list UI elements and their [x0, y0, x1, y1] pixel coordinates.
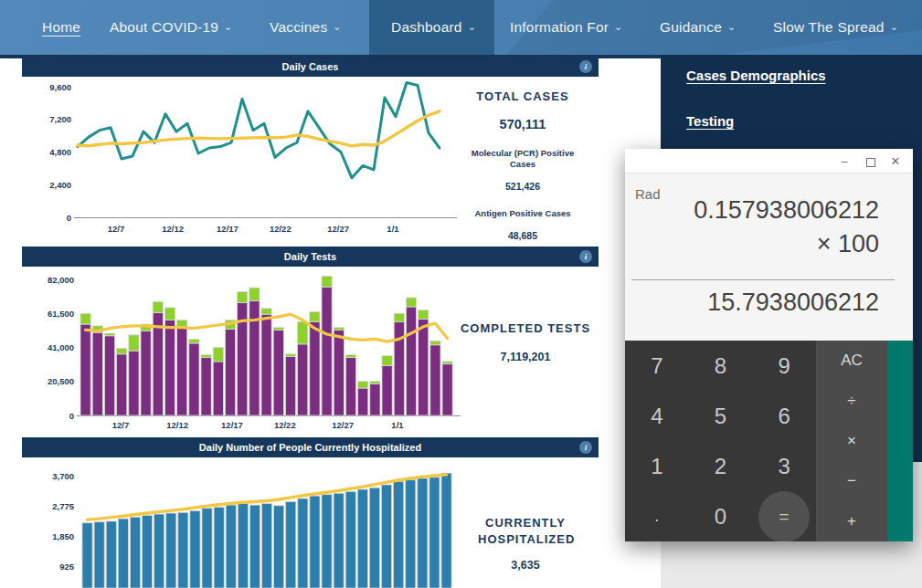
stat-sub-label: Antigen Positive Cases — [450, 208, 596, 219]
daily-cases-header: Daily Cases i — [22, 57, 599, 77]
stat-sub-label: Molecular (PCR) Positive Cases — [450, 148, 596, 170]
hospitalized-header: Daily Number of People Currently Hospita… — [22, 437, 599, 457]
calc-key-2[interactable]: 2 — [689, 441, 753, 491]
calc-key-6[interactable]: 6 — [752, 391, 816, 441]
calculator-result: 15.7938006212 — [707, 289, 879, 317]
nav-item-guidance[interactable]: Guidance⌄ — [660, 0, 736, 55]
calc-key-8[interactable]: 8 — [689, 341, 753, 391]
sidebar-link-testing[interactable]: Testing — [686, 113, 922, 129]
svg-text:1/1: 1/1 — [391, 420, 404, 430]
chevron-down-icon: ⌄ — [468, 21, 476, 32]
svg-text:12/7: 12/7 — [112, 420, 129, 430]
svg-text:12/17: 12/17 — [217, 224, 238, 234]
svg-text:4,800: 4,800 — [49, 147, 71, 157]
svg-text:1/1: 1/1 — [387, 224, 399, 234]
top-navigation: HomeAbout COVID-19⌄Vaccines⌄Dashboard⌄In… — [0, 0, 922, 58]
chevron-down-icon: ⌄ — [890, 21, 898, 32]
svg-text:82,000: 82,000 — [48, 275, 74, 285]
stat-value: 3,635 — [452, 559, 599, 572]
stat-sub-value: 521,426 — [450, 181, 596, 192]
daily-tests-title: Daily Tests — [284, 251, 336, 262]
info-icon[interactable]: i — [579, 250, 592, 263]
advanced-pad-handle[interactable] — [887, 341, 913, 541]
svg-text:12/17: 12/17 — [221, 420, 243, 430]
chevron-down-icon: ⌄ — [224, 21, 232, 32]
svg-text:925: 925 — [59, 562, 75, 572]
stat-title: TOTAL CASES — [450, 89, 596, 103]
calculator-keypad: 789456123.0= AC÷×−+ — [625, 341, 913, 541]
digit-keypad: 789456123.0= — [625, 341, 816, 541]
maximize-icon[interactable] — [859, 149, 883, 173]
calc-key-decimal[interactable]: . — [625, 491, 689, 541]
nav-item-dashboard[interactable]: Dashboard⌄ — [391, 0, 476, 55]
nav-item-home[interactable]: Home — [42, 0, 80, 55]
calc-key-7[interactable]: 7 — [625, 341, 689, 391]
display-divider — [631, 279, 895, 280]
svg-text:12/12: 12/12 — [166, 420, 188, 430]
calculator-expression: 0.157938006212 × 100 — [694, 194, 879, 261]
svg-text:61,500: 61,500 — [48, 309, 74, 319]
svg-text:2,400: 2,400 — [49, 180, 71, 190]
svg-text:12/7: 12/7 — [108, 224, 124, 234]
calc-key-1[interactable]: 1 — [625, 441, 689, 491]
info-icon[interactable]: i — [579, 441, 592, 454]
svg-text:12/22: 12/22 — [270, 224, 291, 234]
calc-key-3[interactable]: 3 — [752, 441, 816, 491]
svg-text:3,700: 3,700 — [52, 471, 74, 481]
stat-sub-value: 48,685 — [450, 230, 596, 241]
svg-text:2,775: 2,775 — [52, 501, 74, 511]
nav-item-information-for[interactable]: Information For⌄ — [510, 0, 623, 55]
info-icon[interactable]: i — [579, 60, 592, 73]
nav-item-slow-the-spread[interactable]: Slow The Spread⌄ — [773, 0, 898, 55]
calc-key-minus[interactable]: − — [847, 472, 856, 490]
svg-text:9,600: 9,600 — [49, 82, 71, 92]
svg-text:0: 0 — [67, 213, 71, 223]
operator-keypad: AC÷×−+ — [816, 341, 887, 541]
nav-item-about-covid-19[interactable]: About COVID-19⌄ — [110, 0, 233, 55]
minimize-icon[interactable]: – — [832, 149, 856, 173]
svg-text:0: 0 — [69, 411, 74, 421]
svg-text:41,000: 41,000 — [48, 342, 74, 352]
calculator-display: Rad 0.157938006212 × 100 15.7938006212 — [625, 173, 913, 307]
chevron-down-icon: ⌄ — [614, 21, 622, 32]
daily-cases-title: Daily Cases — [282, 61, 339, 72]
stat-value: 7,119,201 — [452, 351, 599, 363]
hospitalized-title: Daily Number of People Currently Hospita… — [199, 442, 421, 453]
calculator-window: – ✕ Rad 0.157938006212 × 100 15.79380062… — [625, 149, 913, 541]
svg-text:12/12: 12/12 — [162, 224, 184, 234]
calc-key-plus[interactable]: + — [847, 512, 856, 530]
svg-text:12/27: 12/27 — [332, 420, 354, 430]
calc-key-9[interactable]: 9 — [752, 341, 816, 391]
svg-text:12/22: 12/22 — [274, 420, 296, 430]
calc-key-equals[interactable]: = — [752, 491, 816, 541]
stat-value: 570,111 — [450, 117, 596, 131]
hospitalized-stats: CURRENTLY HOSPITALIZED 3,635 — [452, 515, 599, 572]
chevron-down-icon: ⌄ — [333, 21, 341, 32]
calc-key-4[interactable]: 4 — [625, 391, 689, 441]
stat-title: COMPLETED TESTS — [452, 321, 599, 335]
chevron-down-icon: ⌄ — [727, 21, 736, 32]
nav-item-vaccines[interactable]: Vaccines⌄ — [270, 0, 342, 55]
svg-text:20,500: 20,500 — [48, 376, 74, 386]
svg-text:7,200: 7,200 — [49, 114, 71, 124]
svg-text:12/27: 12/27 — [327, 224, 349, 234]
angle-mode-indicator[interactable]: Rad — [635, 186, 661, 202]
calculator-titlebar[interactable]: – ✕ — [625, 149, 913, 173]
completed-tests-stats: COMPLETED TESTS 7,119,201 — [452, 321, 599, 363]
calc-key-0[interactable]: 0 — [689, 491, 753, 541]
calc-key-5[interactable]: 5 — [689, 391, 753, 441]
svg-text:1,850: 1,850 — [52, 531, 74, 541]
calc-key-clear[interactable]: AC — [841, 352, 863, 370]
close-icon[interactable]: ✕ — [884, 149, 907, 173]
calc-key-multiply[interactable]: × — [847, 432, 856, 450]
stat-title: CURRENTLY HOSPITALIZED — [452, 515, 599, 548]
total-cases-stats: TOTAL CASES 570,111 Molecular (PCR) Posi… — [450, 89, 596, 241]
calc-key-divide[interactable]: ÷ — [847, 392, 855, 410]
daily-tests-header: Daily Tests i — [22, 247, 599, 267]
sidebar-link-cases-demographics[interactable]: Cases Demographics — [686, 68, 922, 83]
